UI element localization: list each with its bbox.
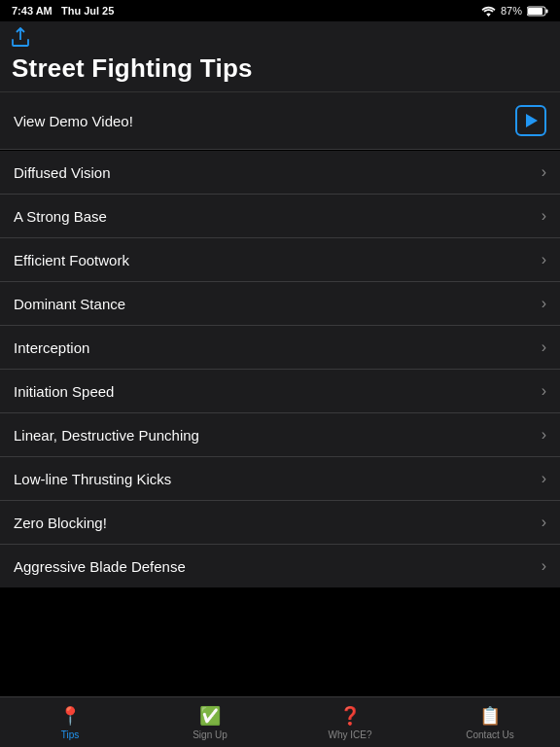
list-item-label: Efficient Footwork [14, 252, 129, 268]
list-item[interactable]: Aggressive Blade Defense › [0, 545, 560, 587]
list-item-label: Interception [14, 339, 89, 356]
chevron-right-icon: › [542, 251, 546, 268]
list-item[interactable]: Efficient Footwork › [0, 238, 560, 282]
content-area: View Demo Video! Diffused Vision › A Str… [0, 92, 560, 587]
list-item[interactable]: Initiation Speed › [0, 370, 560, 413]
list-item-label: Aggressive Blade Defense [14, 558, 186, 575]
chevron-right-icon: › [542, 382, 546, 400]
list-item[interactable]: Low-line Thrusting Kicks › [0, 457, 560, 501]
tab-tips[interactable]: 📍 Tips [0, 705, 140, 740]
chevron-right-icon: › [542, 295, 546, 312]
tab-why[interactable]: ❓ Why ICE? [280, 705, 420, 740]
signup-tab-label: Sign Up [192, 729, 228, 740]
header: Street Fighting Tips [0, 21, 560, 92]
why-tab-label: Why ICE? [328, 729, 371, 740]
chevron-right-icon: › [542, 426, 546, 444]
share-button[interactable] [12, 25, 29, 52]
chevron-right-icon: › [542, 557, 546, 575]
chevron-right-icon: › [542, 163, 546, 181]
tips-list: Diffused Vision › A Strong Base › Effici… [0, 151, 560, 587]
why-tab-icon: ❓ [339, 705, 361, 727]
list-item-label: A Strong Base [14, 208, 107, 225]
list-item[interactable]: A Strong Base › [0, 195, 560, 238]
list-item-label: Zero Blocking! [14, 515, 107, 531]
contact-tab-icon: 📋 [479, 705, 501, 727]
play-button[interactable] [515, 105, 546, 136]
tab-bar: 📍 Tips ✅ Sign Up ❓ Why ICE? 📋 Contact Us [0, 696, 560, 747]
demo-video-row[interactable]: View Demo Video! [0, 92, 560, 150]
chevron-right-icon: › [542, 514, 546, 531]
svg-rect-2 [528, 8, 542, 15]
chevron-right-icon: › [542, 207, 546, 225]
tips-tab-label: Tips [61, 729, 80, 740]
tab-contact[interactable]: 📋 Contact Us [420, 705, 560, 740]
list-item-label: Initiation Speed [14, 383, 114, 400]
list-item[interactable]: Interception › [0, 326, 560, 370]
svg-rect-1 [546, 9, 548, 13]
list-item-label: Dominant Stance [14, 296, 125, 312]
demo-video-label: View Demo Video! [14, 113, 133, 129]
list-item-label: Diffused Vision [14, 164, 111, 181]
tab-signup[interactable]: ✅ Sign Up [140, 705, 280, 740]
chevron-right-icon: › [542, 470, 546, 487]
status-icons: 87% [481, 5, 548, 17]
list-item-label: Low-line Thrusting Kicks [14, 471, 171, 487]
contact-tab-label: Contact Us [466, 729, 513, 740]
battery-icon [527, 6, 548, 17]
battery-level: 87% [501, 5, 522, 17]
wifi-icon [481, 6, 496, 17]
status-time-date: 7:43 AM Thu Jul 25 [12, 5, 114, 17]
signup-tab-icon: ✅ [199, 705, 221, 727]
tips-tab-icon: 📍 [59, 705, 81, 727]
list-item[interactable]: Linear, Destructive Punching › [0, 413, 560, 457]
list-item-label: Linear, Destructive Punching [14, 427, 199, 444]
status-bar: 7:43 AM Thu Jul 25 87% [0, 0, 560, 21]
chevron-right-icon: › [542, 338, 546, 356]
play-icon [526, 114, 538, 127]
list-item[interactable]: Dominant Stance › [0, 282, 560, 326]
list-item[interactable]: Diffused Vision › [0, 151, 560, 195]
list-item[interactable]: Zero Blocking! › [0, 501, 560, 545]
page-title: Street Fighting Tips [12, 53, 548, 84]
